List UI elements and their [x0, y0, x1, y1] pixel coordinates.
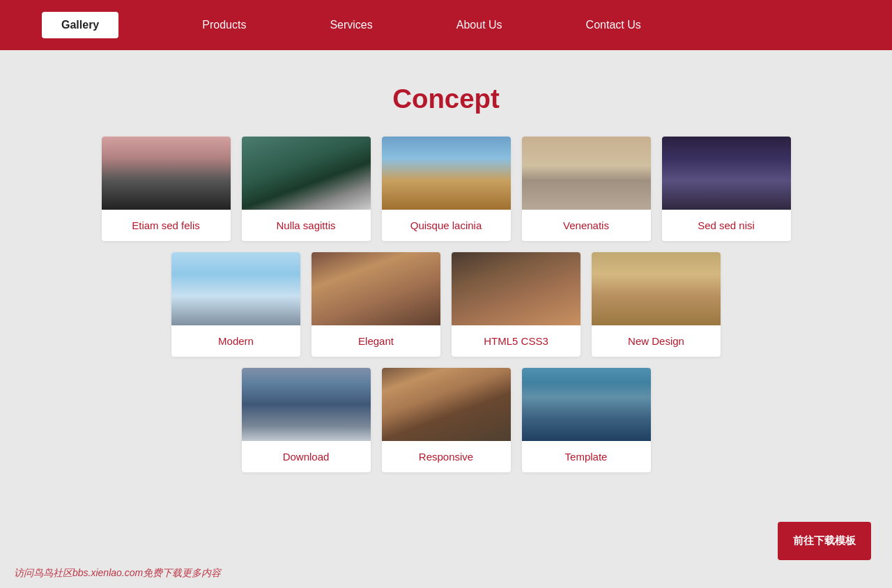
gallery-item-item-10[interactable]: Download [242, 368, 371, 472]
nav-link-about[interactable]: About Us [415, 19, 544, 31]
gallery-label-item-4: Venenatis [522, 210, 651, 241]
gallery-item-item-8[interactable]: HTML5 CSS3 [452, 252, 580, 357]
gallery-item-item-6[interactable]: Modern [171, 252, 300, 357]
gallery-image-item-7 [312, 252, 440, 325]
gallery-image-item-12 [522, 368, 651, 441]
gallery-row-2: ModernElegantHTML5 CSS3New Design [42, 252, 850, 357]
gallery-image-item-4 [522, 137, 651, 210]
navbar: Gallery Products Services About Us Conta… [0, 0, 892, 50]
gallery-label-item-7: Elegant [312, 325, 440, 357]
gallery-label-item-1: Etiam sed felis [102, 210, 231, 241]
gallery-label-item-12: Template [522, 441, 651, 472]
gallery-image-item-10 [242, 368, 371, 441]
gallery-item-item-2[interactable]: Nulla sagittis [242, 137, 371, 241]
gallery-label-item-10: Download [242, 441, 371, 472]
gallery-label-item-5: Sed sed nisi [662, 210, 791, 241]
gallery-label-item-3: Quisque lacinia [382, 210, 511, 241]
gallery-item-item-11[interactable]: Responsive [382, 368, 511, 472]
nav-links: Products Services About Us Contact Us [160, 19, 682, 31]
gallery-item-item-1[interactable]: Etiam sed felis [102, 137, 231, 241]
gallery-image-item-6 [171, 252, 300, 325]
gallery-item-item-9[interactable]: New Design [592, 252, 721, 357]
gallery-image-item-5 [662, 137, 791, 210]
gallery-image-item-8 [452, 252, 580, 325]
gallery-row-3: DownloadResponsiveTemplate [42, 368, 850, 472]
gallery-item-item-7[interactable]: Elegant [312, 252, 440, 357]
gallery-label-item-11: Responsive [382, 441, 511, 472]
gallery-image-item-2 [242, 137, 371, 210]
gallery-image-item-1 [102, 137, 231, 210]
gallery-item-item-12[interactable]: Template [522, 368, 651, 472]
gallery-label-item-9: New Design [592, 325, 721, 357]
download-template-button[interactable]: 前往下载模板 [778, 522, 871, 560]
page-title: Concept [0, 84, 892, 114]
nav-link-services[interactable]: Services [288, 19, 414, 31]
gallery-label-item-2: Nulla sagittis [242, 210, 371, 241]
gallery-item-item-4[interactable]: Venenatis [522, 137, 651, 241]
gallery-container: Etiam sed felisNulla sagittisQuisque lac… [28, 137, 864, 511]
footer-watermark: 访问鸟鸟社区bbs.xienlao.com免费下载更多内容 [14, 567, 221, 580]
nav-link-contact[interactable]: Contact Us [544, 19, 683, 31]
nav-link-products[interactable]: Products [160, 19, 288, 31]
gallery-label-item-6: Modern [171, 325, 300, 357]
gallery-item-item-5[interactable]: Sed sed nisi [662, 137, 791, 241]
gallery-item-item-3[interactable]: Quisque lacinia [382, 137, 511, 241]
gallery-image-item-11 [382, 368, 511, 441]
gallery-nav-button[interactable]: Gallery [42, 12, 118, 38]
gallery-image-item-9 [592, 252, 721, 325]
gallery-row-1: Etiam sed felisNulla sagittisQuisque lac… [42, 137, 850, 241]
gallery-image-item-3 [382, 137, 511, 210]
gallery-label-item-8: HTML5 CSS3 [452, 325, 580, 357]
